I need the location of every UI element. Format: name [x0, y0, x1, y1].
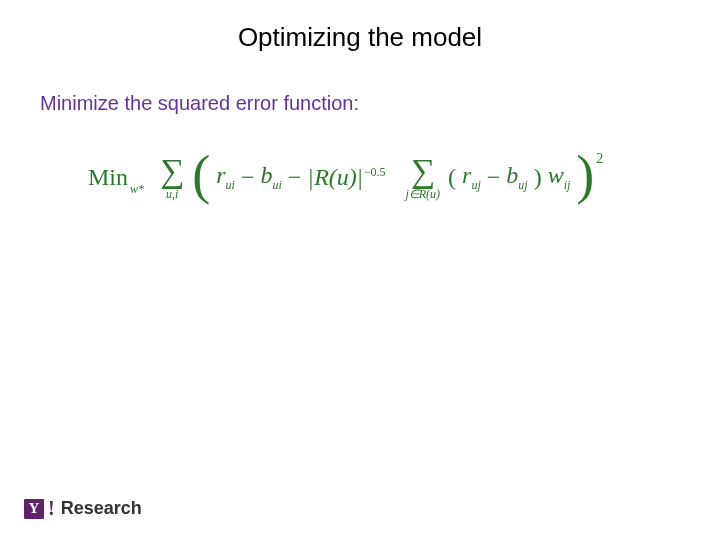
term-w-ij: wij — [548, 162, 571, 193]
formula: Minw* ∑ u,i ( rui − bui − |R(u)|−0.5 ∑ j… — [88, 150, 603, 204]
inner-paren-close: ) — [534, 164, 542, 191]
sum-outer: ∑ u,i — [160, 154, 184, 200]
slide-title: Optimizing the model — [0, 22, 720, 53]
minus-2: − — [288, 164, 302, 191]
term-b-uj: buj — [506, 162, 527, 193]
minus-1: − — [241, 164, 255, 191]
footer-label: Research — [61, 498, 142, 519]
term-r-ui: rui — [216, 162, 235, 193]
min-operator: Minw* — [88, 164, 128, 191]
minus-3: − — [487, 164, 501, 191]
footer-logo: Y ! Research — [24, 497, 142, 520]
abs-Ru: |R(u)|−0.5 — [307, 164, 385, 191]
slide-subtitle: Minimize the squared error function: — [40, 92, 359, 115]
term-b-ui: bui — [260, 162, 281, 193]
sum-inner: ∑ j∈R(u) — [405, 154, 440, 200]
paren-open: ( — [192, 148, 210, 202]
paren-close: ) — [576, 148, 594, 202]
inner-paren-open: ( — [448, 164, 456, 191]
yahoo-bang-icon: ! — [48, 497, 55, 520]
term-r-uj: ruj — [462, 162, 481, 193]
yahoo-y-icon: Y — [24, 499, 44, 519]
outer-exponent: 2 — [596, 151, 603, 166]
